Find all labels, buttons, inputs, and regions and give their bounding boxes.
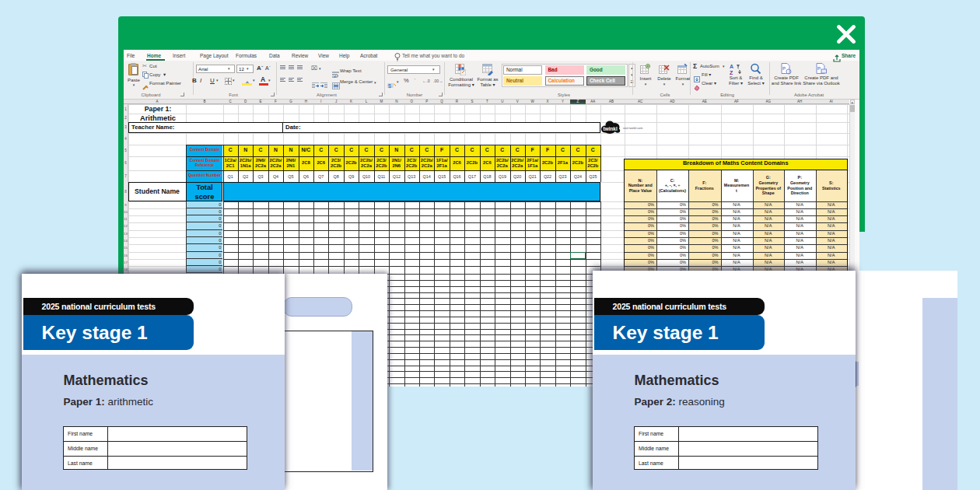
svg-text:twinkl: twinkl: [604, 126, 618, 131]
svg-text:A: A: [730, 64, 733, 69]
svg-text:$: $: [388, 83, 391, 89]
svg-text:Z: Z: [730, 70, 733, 75]
svg-text:P: P: [782, 66, 786, 71]
svg-text:visit twinkl.com: visit twinkl.com: [623, 127, 642, 130]
svg-text:P: P: [817, 66, 821, 71]
